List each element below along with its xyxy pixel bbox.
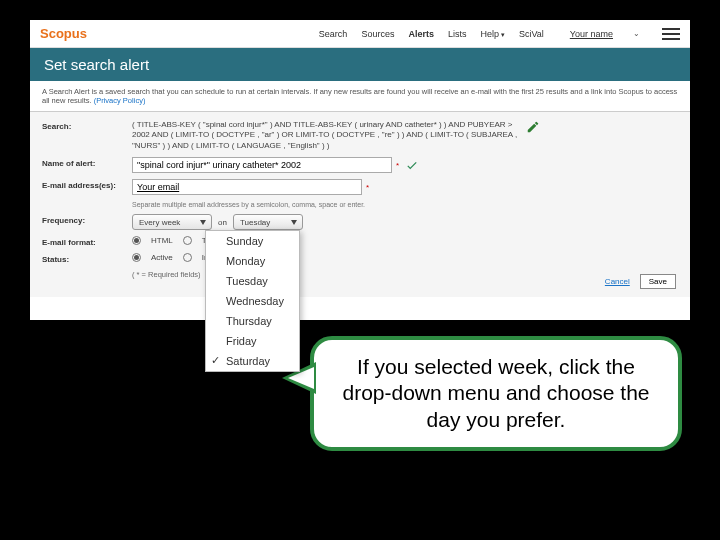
cancel-link[interactable]: Cancel: [605, 277, 630, 286]
nav-sources[interactable]: Sources: [361, 29, 394, 39]
day-option-monday[interactable]: Monday: [206, 251, 299, 271]
user-name[interactable]: Your name: [570, 29, 613, 39]
label-name: Name of alert:: [42, 157, 132, 168]
form-buttons: Cancel Save: [605, 274, 676, 289]
label-email: E-mail address(es):: [42, 179, 132, 190]
nav-lists[interactable]: Lists: [448, 29, 467, 39]
radio-text[interactable]: [183, 236, 192, 245]
required-star: *: [396, 161, 399, 170]
page-title: Set search alert: [44, 56, 149, 73]
label-search: Search:: [42, 120, 132, 131]
day-select[interactable]: Tuesday: [233, 214, 303, 230]
day-option-tuesday[interactable]: Tuesday: [206, 271, 299, 291]
day-option-wednesday[interactable]: Wednesday: [206, 291, 299, 311]
page-title-banner: Set search alert: [30, 48, 690, 81]
on-text: on: [218, 218, 227, 227]
logo: Scopus: [40, 26, 87, 41]
privacy-policy-link[interactable]: (Privacy Policy): [94, 96, 146, 105]
label-frequency: Frequency:: [42, 214, 132, 225]
menu-icon[interactable]: [662, 28, 680, 40]
edit-search-icon[interactable]: [526, 120, 540, 134]
nav-search[interactable]: Search: [319, 29, 348, 39]
radio-active[interactable]: [132, 253, 141, 262]
check-valid-icon: [405, 158, 419, 172]
alert-name-input[interactable]: [132, 157, 392, 173]
top-nav: Scopus Search Sources Alerts Lists Help▾…: [30, 20, 690, 48]
nav-alerts[interactable]: Alerts: [408, 29, 434, 39]
email-input[interactable]: [132, 179, 362, 195]
nav-help[interactable]: Help▾: [480, 29, 505, 39]
scopus-alert-window: Scopus Search Sources Alerts Lists Help▾…: [30, 20, 690, 320]
radio-html[interactable]: [132, 236, 141, 245]
day-option-thursday[interactable]: Thursday: [206, 311, 299, 331]
user-chevron-down-icon[interactable]: ⌄: [633, 29, 640, 38]
chevron-down-icon: ▾: [501, 31, 505, 38]
instruction-callout: If you selected week, click the drop-dow…: [310, 336, 682, 451]
label-format: E-mail format:: [42, 236, 132, 247]
email-helper-text: Separate multiple email addresses by a s…: [132, 201, 678, 208]
label-status: Status:: [42, 253, 132, 264]
search-query-text: ( TITLE-ABS-KEY ( "spinal cord injur*" )…: [132, 120, 532, 151]
alert-form: Search: ( TITLE-ABS-KEY ( "spinal cord i…: [30, 112, 690, 297]
required-star: *: [366, 183, 369, 192]
day-option-saturday[interactable]: Saturday: [206, 351, 299, 371]
day-option-sunday[interactable]: Sunday: [206, 231, 299, 251]
nav-scival[interactable]: SciVal: [519, 29, 544, 39]
radio-inactive[interactable]: [183, 253, 192, 262]
save-button[interactable]: Save: [640, 274, 676, 289]
day-dropdown-menu[interactable]: Sunday Monday Tuesday Wednesday Thursday…: [205, 230, 300, 372]
frequency-select[interactable]: Every week: [132, 214, 212, 230]
alert-description: A Search Alert is a saved search that yo…: [30, 81, 690, 112]
day-option-friday[interactable]: Friday: [206, 331, 299, 351]
callout-text: If you selected week, click the drop-dow…: [310, 336, 682, 451]
